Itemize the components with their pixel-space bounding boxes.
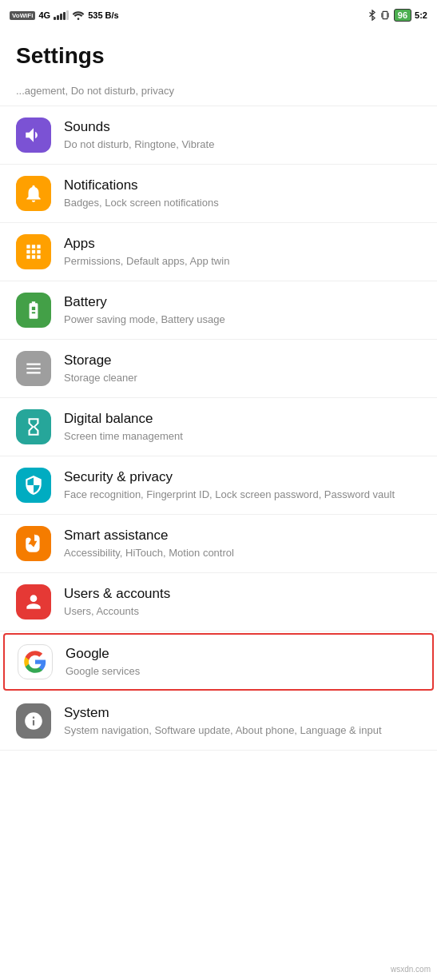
settings-item-system[interactable]: SystemSystem navigation, Software update… xyxy=(0,692,437,751)
status-bar: VoWiFi 4G 535 B/s 96 5:2 xyxy=(0,0,437,29)
storage-text: StorageStorage cleaner xyxy=(64,352,421,385)
settings-item-storage[interactable]: StorageStorage cleaner xyxy=(0,340,437,398)
system-icon xyxy=(16,703,51,739)
storage-icon xyxy=(16,351,51,386)
settings-header: Settings xyxy=(0,29,437,75)
wifi-icon xyxy=(72,10,85,20)
security-title: Security & privacy xyxy=(64,468,421,486)
smart-assistance-title: Smart assistance xyxy=(64,527,421,544)
sounds-subtitle: Do not disturb, Ringtone, Vibrate xyxy=(64,137,421,152)
bluetooth-icon xyxy=(368,10,376,21)
settings-item-sounds[interactable]: SoundsDo not disturb, Ringtone, Vibrate xyxy=(0,106,437,165)
system-subtitle: System navigation, Software update, Abou… xyxy=(64,723,421,738)
google-title: Google xyxy=(66,645,419,663)
google-text: GoogleGoogle services xyxy=(66,645,419,679)
settings-list: SoundsDo not disturb, Ringtone, VibrateN… xyxy=(0,106,437,751)
battery-text: BatteryPower saving mode, Battery usage xyxy=(64,293,421,327)
users-subtitle: Users, Accounts xyxy=(64,604,421,619)
security-subtitle: Face recognition, Fingerprint ID, Lock s… xyxy=(64,488,421,502)
smart-assistance-text: Smart assistanceAccessibility, HiTouch, … xyxy=(64,527,421,560)
settings-item-smart-assistance[interactable]: Smart assistanceAccessibility, HiTouch, … xyxy=(0,515,437,573)
time-display: 5:2 xyxy=(415,10,427,20)
page-title: Settings xyxy=(16,43,421,69)
battery-indicator: 96 xyxy=(394,9,411,22)
google-subtitle: Google services xyxy=(66,664,419,679)
apps-icon xyxy=(16,234,51,269)
security-icon xyxy=(16,468,51,503)
notifications-icon xyxy=(16,176,51,211)
network-type: 4G xyxy=(38,10,50,20)
watermark: wsxdn.com xyxy=(391,965,431,974)
sounds-title: Sounds xyxy=(64,118,421,136)
system-text: SystemSystem navigation, Software update… xyxy=(64,704,421,738)
digital-balance-icon xyxy=(16,409,51,444)
svg-rect-3 xyxy=(387,13,388,18)
battery-icon xyxy=(16,293,51,328)
partial-text: ...agement, Do not disturb, privacy xyxy=(16,85,174,97)
settings-item-users[interactable]: Users & accountsUsers, Accounts xyxy=(0,573,437,631)
settings-item-digital-balance[interactable]: Digital balanceScreen time management xyxy=(0,398,437,456)
status-left: VoWiFi 4G 535 B/s xyxy=(10,10,119,20)
vowifi-badge: VoWiFi xyxy=(10,11,35,20)
digital-balance-subtitle: Screen time management xyxy=(64,429,421,444)
battery-subtitle: Power saving mode, Battery usage xyxy=(64,313,421,327)
settings-item-notifications[interactable]: NotificationsBadges, Lock screen notific… xyxy=(0,165,437,223)
battery-title: Battery xyxy=(64,293,421,311)
signal-bars xyxy=(54,10,69,20)
settings-item-apps[interactable]: AppsPermissions, Default apps, App twin xyxy=(0,223,437,281)
apps-text: AppsPermissions, Default apps, App twin xyxy=(64,235,421,269)
google-icon xyxy=(18,644,53,679)
svg-rect-1 xyxy=(383,11,387,18)
notifications-title: Notifications xyxy=(64,177,421,194)
apps-title: Apps xyxy=(64,235,421,253)
digital-balance-title: Digital balance xyxy=(64,410,421,428)
status-right: 96 5:2 xyxy=(368,9,427,22)
users-text: Users & accountsUsers, Accounts xyxy=(64,585,421,619)
smart-assistance-subtitle: Accessibility, HiTouch, Motion control xyxy=(64,546,421,560)
storage-title: Storage xyxy=(64,352,421,369)
users-icon xyxy=(16,584,51,619)
smart-assistance-icon xyxy=(16,526,51,561)
data-speed: 535 B/s xyxy=(88,10,119,20)
svg-rect-2 xyxy=(381,13,382,18)
storage-subtitle: Storage cleaner xyxy=(64,371,421,385)
settings-item-security[interactable]: Security & privacyFace recognition, Fing… xyxy=(0,456,437,515)
svg-point-0 xyxy=(77,18,80,20)
sounds-text: SoundsDo not disturb, Ringtone, Vibrate xyxy=(64,118,421,152)
settings-item-google[interactable]: GoogleGoogle services xyxy=(3,633,434,691)
notifications-text: NotificationsBadges, Lock screen notific… xyxy=(64,177,421,210)
users-title: Users & accounts xyxy=(64,585,421,603)
digital-balance-text: Digital balanceScreen time management xyxy=(64,410,421,444)
partial-top-item: ...agement, Do not disturb, privacy xyxy=(0,75,437,106)
apps-subtitle: Permissions, Default apps, App twin xyxy=(64,254,421,269)
system-title: System xyxy=(64,704,421,722)
sounds-icon xyxy=(16,118,51,153)
vibrate-icon xyxy=(379,10,391,21)
notifications-subtitle: Badges, Lock screen notifications xyxy=(64,196,421,210)
settings-item-battery[interactable]: BatteryPower saving mode, Battery usage xyxy=(0,281,437,340)
security-text: Security & privacyFace recognition, Fing… xyxy=(64,468,421,502)
